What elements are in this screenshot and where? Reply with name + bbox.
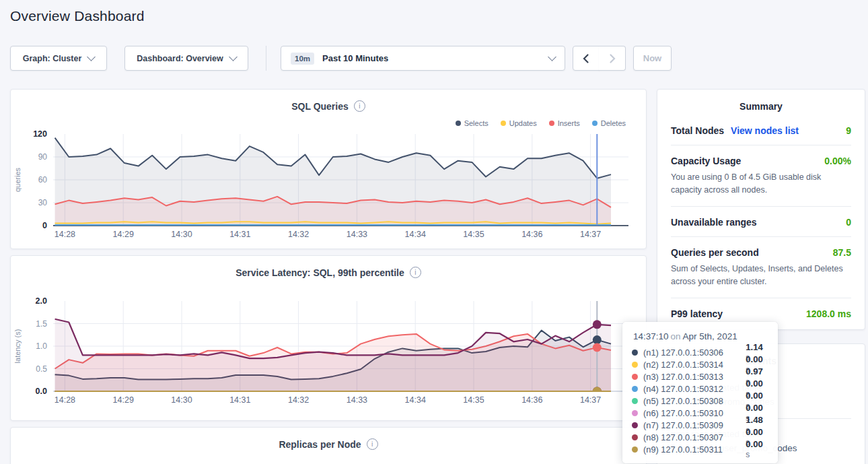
svg-text:latency (s): latency (s) — [13, 329, 22, 364]
summary-body: Total Nodes View nodes list 9 Capacity U… — [657, 115, 865, 328]
tooltip-node-label: (n1) 127.0.0.1:50306 — [643, 347, 740, 358]
total-nodes-value: 9 — [846, 125, 851, 136]
svg-text:14:35: 14:35 — [463, 395, 484, 405]
tooltip-date: Apr 5th, 2021 — [683, 331, 737, 341]
total-nodes-label: Total Nodes — [671, 125, 724, 136]
svg-text:30: 30 — [38, 198, 48, 207]
sql-queries-title-row: SQL Queries i — [11, 90, 646, 112]
svg-text:14:33: 14:33 — [347, 230, 367, 239]
unavailable-ranges-value: 0 — [846, 217, 851, 228]
summary-panel: Summary Total Nodes View nodes list 9 Ca… — [657, 89, 865, 330]
svg-text:60: 60 — [38, 175, 48, 185]
tooltip-node-label: (n9) 127.0.0.1:50311 — [643, 444, 740, 455]
svg-text:14:36: 14:36 — [521, 395, 542, 405]
capacity-label: Capacity Usage — [671, 156, 741, 166]
svg-text:90: 90 — [38, 152, 48, 162]
sql-queries-chart[interactable]: 14:2814:2914:3014:3114:3214:3314:3414:35… — [11, 125, 647, 242]
tooltip-time: 14:37:10 — [633, 331, 669, 341]
info-icon[interactable]: i — [410, 267, 421, 278]
svg-text:0: 0 — [42, 221, 47, 230]
node-color-dot-icon — [632, 350, 638, 356]
svg-text:14:34: 14:34 — [405, 395, 426, 405]
svg-text:14:31: 14:31 — [229, 230, 250, 239]
svg-text:14:37: 14:37 — [580, 230, 601, 239]
svg-text:14:28: 14:28 — [55, 230, 75, 239]
capacity-value: 0.00% — [824, 156, 851, 166]
svg-text:14:29: 14:29 — [113, 230, 134, 239]
graph-scope-dropdown[interactable]: Graph: Cluster — [10, 46, 107, 71]
chevron-left-icon — [581, 53, 591, 64]
p99-latency-value: 1208.0 ms — [806, 308, 851, 319]
svg-text:120: 120 — [33, 129, 47, 139]
time-range-label: Past 10 Minutes — [322, 53, 388, 63]
replicas-per-node-card: Replicas per Node i — [10, 427, 647, 464]
svg-text:14:28: 14:28 — [55, 395, 75, 405]
time-prev-button[interactable] — [573, 46, 600, 71]
info-icon[interactable]: i — [367, 438, 378, 450]
svg-text:14:34: 14:34 — [405, 230, 426, 239]
info-icon[interactable]: i — [354, 100, 365, 112]
node-color-dot-icon — [632, 446, 638, 453]
overview-dashboard-page: Overview Dashboard Graph: Cluster Dashbo… — [0, 0, 868, 464]
tooltip-node-label: (n4) 127.0.0.1:50312 — [643, 384, 740, 394]
svg-text:14:33: 14:33 — [347, 395, 367, 405]
svg-text:0.0: 0.0 — [36, 387, 47, 396]
replicas-title-row: Replicas per Node i — [11, 428, 646, 450]
graph-scope-label: Graph: Cluster — [23, 54, 82, 63]
svg-text:1.5: 1.5 — [36, 319, 47, 329]
time-next-button[interactable] — [599, 46, 626, 71]
chevron-down-icon — [229, 53, 238, 61]
tooltip-on: on — [671, 331, 681, 341]
chart-title: Replicas per Node — [279, 439, 361, 450]
tooltip-node-label: (n6) 127.0.0.1:50310 — [643, 408, 740, 418]
dashboard-dropdown[interactable]: Dashboard: Overview — [124, 46, 248, 71]
dashboard-label: Dashboard: Overview — [137, 54, 223, 63]
node-color-dot-icon — [632, 374, 638, 380]
service-latency-chart[interactable]: 14:2814:2914:3014:3114:3214:3314:3414:35… — [11, 291, 647, 416]
summary-row-capacity: Capacity Usage 0.00% You are using 0 B o… — [671, 145, 851, 206]
tooltip-node-label: (n5) 127.0.0.1:50308 — [643, 396, 740, 406]
unavailable-ranges-label: Unavailable ranges — [671, 217, 757, 228]
svg-text:14:30: 14:30 — [171, 230, 192, 239]
svg-text:14:37: 14:37 — [580, 395, 601, 405]
chart-title: SQL Queries — [291, 101, 349, 112]
svg-text:14:30: 14:30 — [171, 395, 192, 405]
tooltip-row: (n9) 127.0.0.1:503110.00 s — [632, 443, 768, 455]
chart-hover-tooltip: 14:37:10onApr 5th, 2021 (n1) 127.0.0.1:5… — [622, 322, 778, 463]
svg-text:1.0: 1.0 — [36, 341, 47, 351]
svg-text:14:32: 14:32 — [288, 395, 309, 405]
now-button[interactable]: Now — [633, 46, 672, 71]
tooltip-node-label: (n8) 127.0.0.1:50307 — [643, 432, 740, 442]
qps-label: Queries per second — [671, 247, 759, 258]
tooltip-timestamp: 14:37:10onApr 5th, 2021 — [633, 331, 768, 341]
view-nodes-list-link[interactable]: View nodes list — [731, 125, 799, 136]
node-color-dot-icon — [632, 434, 638, 440]
svg-text:queries: queries — [13, 167, 22, 192]
node-color-dot-icon — [632, 422, 638, 428]
service-latency-title-row: Service Latency: SQL, 99th percentile i — [11, 256, 646, 278]
time-range-dropdown[interactable]: 10m Past 10 Minutes — [281, 46, 565, 71]
chevron-right-icon — [608, 53, 617, 64]
chevron-down-icon — [87, 53, 96, 61]
summary-row-total-nodes: Total Nodes View nodes list 9 — [671, 115, 851, 145]
svg-text:2.0: 2.0 — [36, 296, 47, 306]
svg-text:14:32: 14:32 — [288, 230, 309, 239]
service-latency-card: Service Latency: SQL, 99th percentile i … — [10, 255, 647, 421]
svg-text:14:35: 14:35 — [463, 230, 484, 239]
qps-value: 87.5 — [833, 247, 851, 258]
svg-text:14:31: 14:31 — [229, 395, 250, 405]
chevron-down-icon — [548, 53, 556, 61]
tooltip-node-label: (n3) 127.0.0.1:50313 — [643, 372, 740, 382]
node-color-dot-icon — [632, 362, 638, 368]
capacity-desc: You are using 0 B of 4.5 GiB usable disk… — [671, 171, 851, 197]
summary-row-unavailable: Unavailable ranges 0 — [671, 206, 851, 236]
summary-row-qps: Queries per second 87.5 Sum of Selects, … — [671, 236, 851, 298]
controls-divider — [266, 46, 266, 71]
sql-queries-card: SQL Queries i SelectsUpdatesInsertsDelet… — [10, 89, 647, 249]
svg-text:0.5: 0.5 — [36, 364, 47, 374]
summary-title: Summary — [657, 90, 865, 115]
qps-desc: Sum of Selects, Updates, Inserts, and De… — [671, 263, 851, 289]
tooltip-node-label: (n7) 127.0.0.1:50309 — [643, 420, 740, 430]
svg-text:14:36: 14:36 — [521, 230, 542, 239]
page-title: Overview Dashboard — [10, 8, 145, 24]
